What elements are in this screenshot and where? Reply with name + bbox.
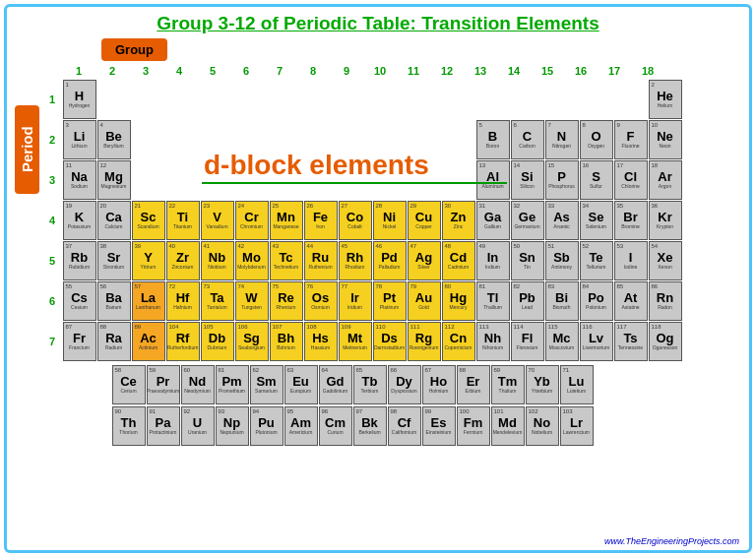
el-Zn: 30ZnZinc — [442, 201, 475, 240]
el-Am: 95AmAmericium — [284, 406, 318, 446]
lanthanide-row: 58CeCerium 59PrPraesodymium 60NdNeodymiu… — [111, 364, 741, 404]
el-Ba: 56BaBarium — [97, 281, 131, 321]
el-Bk: 97BkBerkelium — [353, 406, 387, 446]
el-Ds: 110DsDarmstadtium — [373, 322, 407, 361]
el-empty — [132, 160, 165, 200]
el-empty — [442, 80, 475, 119]
el-Na: 11NaSodium — [63, 160, 96, 200]
el-I: 53IIodine — [614, 241, 648, 280]
el-empty — [373, 80, 407, 119]
el-Br: 35BrBromine — [614, 201, 648, 240]
el-Pr: 59PrPraesodymium — [147, 365, 180, 404]
el-Ca: 20CaCalcium — [97, 201, 131, 240]
el-Hg: 80HgMercury — [442, 281, 475, 321]
el-Ce: 58CeCerium — [112, 365, 146, 404]
el-Hs: 108HsHassium — [304, 322, 338, 361]
el-Y: 39YYttrium — [132, 241, 165, 280]
actinide-row: 90ThThorium 91PaProtactinium 92UUranium … — [111, 405, 741, 446]
el-Hf: 72HfHafnium — [166, 281, 200, 321]
el-empty — [442, 160, 475, 200]
el-empty — [442, 120, 475, 159]
el-Og: 118OgOganesson — [649, 322, 682, 361]
dblock-label: d-block elements — [204, 150, 429, 181]
el-empty — [511, 80, 544, 119]
gn-10: 10 — [363, 65, 397, 77]
el-Rf: 104RfRutherfordium — [166, 322, 200, 361]
gn-1: 1 — [62, 65, 95, 77]
el-empty — [270, 80, 303, 119]
el-empty — [408, 80, 441, 119]
el-Cu: 29CuCopper — [408, 201, 441, 240]
el-Rh: 45RhRhodium — [339, 241, 372, 280]
el-Pd: 46PdPalladium — [373, 241, 407, 280]
el-empty — [304, 80, 338, 119]
el-Mg: 12MgMagnesium — [97, 160, 131, 200]
el-Gd: 64GdGadolinium — [319, 365, 352, 404]
el-N: 7NNitrogen — [545, 120, 579, 159]
p2: 2 — [42, 120, 62, 159]
gn-15: 15 — [531, 65, 564, 77]
main-container: Group 3-12 of Periodic Table: Transition… — [4, 4, 752, 553]
el-Ge: 32GeGermanium — [511, 201, 544, 240]
period-6-row: 6 55CsCesium 56BaBarium 57LaLanthanum 72… — [42, 280, 741, 321]
website-link: www.TheEngineeringProjects.com — [604, 536, 739, 546]
gn-9: 9 — [330, 65, 363, 77]
el-Ir: 77IrIridium — [339, 281, 372, 321]
el-Cf: 98CfCalifornium — [388, 406, 421, 446]
el-empty — [545, 80, 579, 119]
el-empty — [580, 80, 613, 119]
el-empty — [201, 80, 234, 119]
gn-3: 3 — [129, 65, 162, 77]
el-Ti: 22TiTitanium — [166, 201, 200, 240]
gn-2: 2 — [95, 65, 129, 77]
el-Lv: 116LvLivermorium — [580, 322, 613, 361]
el-Ni: 28NiNickel — [373, 201, 407, 240]
period-7-row: 7 87FrFrancium 88RaRadium 89AcActinium 1… — [42, 321, 741, 361]
el-Au: 79AuGold — [408, 281, 441, 321]
el-Ta: 73TaTantalum — [201, 281, 234, 321]
el-Db: 105DbDubnium — [201, 322, 234, 361]
el-Li: 3LiLithium — [63, 120, 96, 159]
el-Ac: 89AcActinium — [132, 322, 165, 361]
el-Sg: 106SgSeaborgium — [235, 322, 269, 361]
el-Cm: 96CmCurium — [319, 406, 352, 446]
el-empty — [614, 80, 648, 119]
el-P: 15PPhosphorus — [545, 160, 579, 200]
el-Lu: 71LuLutetium — [560, 365, 594, 404]
el-As: 33AsArsenic — [545, 201, 579, 240]
el-Ar: 18ArArgon — [649, 160, 682, 200]
el-B: 5BBoron — [476, 120, 510, 159]
el-Eu: 63EuEuropium — [284, 365, 318, 404]
el-empty — [339, 80, 372, 119]
el-Ru: 44RuRuthenium — [304, 241, 338, 280]
p5: 5 — [42, 241, 62, 280]
el-empty — [132, 120, 165, 159]
el-Fl: 114FlFlerovium — [511, 322, 544, 361]
period-5-row: 5 37RbRubidium 38SrStrontium 39YYttrium … — [42, 240, 741, 280]
el-Xe: 54XeXenon — [649, 241, 682, 280]
el-Er: 68ErErbium — [457, 365, 490, 404]
el-Nh: 113NhNihonium — [476, 322, 510, 361]
el-empty — [132, 80, 165, 119]
el-Al: 13AlAluminum — [476, 160, 510, 200]
gn-4: 4 — [162, 65, 196, 77]
el-Ho: 67HoHolmium — [422, 365, 456, 404]
el-Os: 76OsOsmium — [304, 281, 338, 321]
el-Co: 27CoCobalt — [339, 201, 372, 240]
el-H: 1HHydrogen — [63, 80, 96, 119]
el-Th: 90ThThorium — [112, 406, 146, 446]
group-label-row: Group — [42, 38, 741, 63]
el-Ne: 10NeNeon — [649, 120, 682, 159]
p7: 7 — [42, 322, 62, 361]
gn-17: 17 — [598, 65, 631, 77]
el-Nd: 60NdNeodymium — [181, 365, 215, 404]
el-Pu: 94PuPlutonium — [250, 406, 284, 446]
p1: 1 — [42, 80, 62, 119]
period-label: Period — [15, 105, 39, 194]
p6: 6 — [42, 281, 62, 321]
el-Ra: 88RaRadium — [97, 322, 131, 361]
el-empty — [97, 80, 131, 119]
el-Cs: 55CsCesium — [63, 281, 96, 321]
el-Md: 101MdMendelevium — [491, 406, 525, 446]
el-Bi: 83BiBismuth — [545, 281, 579, 321]
